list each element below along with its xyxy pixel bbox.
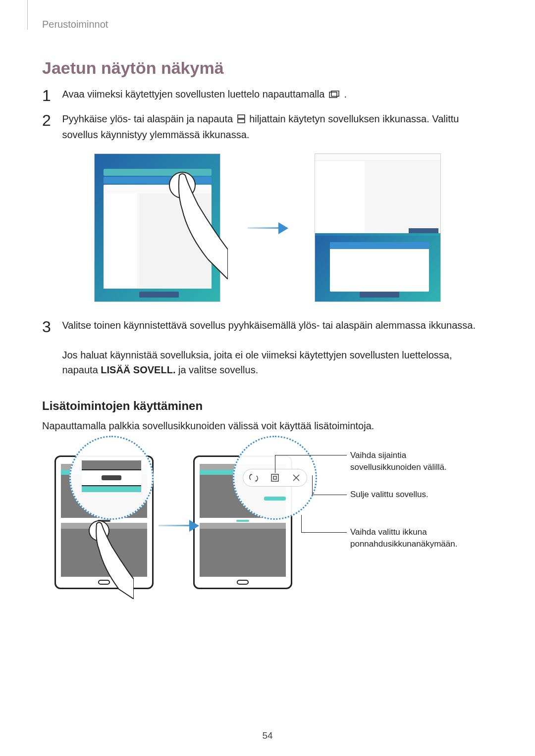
- tablet-after: [315, 153, 441, 302]
- section-title: Jaetun näytön näkymä: [42, 58, 224, 78]
- popup-window-icon: [269, 472, 280, 483]
- step-text: Pyyhkäise ylös- tai alaspäin ja napauta …: [62, 111, 488, 142]
- zoom-divider-bar: [69, 436, 154, 520]
- svg-rect-1: [331, 91, 339, 96]
- step-number: 3: [42, 318, 60, 336]
- svg-rect-6: [273, 476, 276, 479]
- swap-windows-icon: [248, 472, 259, 483]
- step-3-bold: LISÄÄ SOVELL.: [101, 364, 175, 375]
- callout-line: [301, 515, 302, 532]
- hand-pointer-icon: [163, 170, 228, 279]
- callout-line: [275, 455, 275, 473]
- step-number: 1: [42, 87, 60, 105]
- hand-pointer-icon: [84, 520, 134, 599]
- sub-section-paragraph: Napauttamalla palkkia sovellusikkunoiden…: [42, 418, 374, 433]
- sub-section-title: Lisätoimintojen käyttäminen: [42, 399, 203, 413]
- arrow-icon: [159, 525, 198, 526]
- illustration-row-1: [94, 153, 441, 302]
- step-1-text-b: .: [344, 89, 347, 100]
- recent-apps-icon: [329, 88, 340, 102]
- page-number: 54: [262, 730, 272, 741]
- svg-rect-3: [238, 119, 245, 123]
- step-1: 1 Avaa viimeksi käytettyjen sovellusten …: [42, 87, 493, 105]
- callout-popup: Vaihda valittu ikkuna ponnahdusikkunanäk…: [350, 526, 484, 550]
- callout-line: [301, 532, 347, 533]
- callout-line: [275, 455, 347, 455]
- svg-rect-0: [329, 92, 337, 98]
- breadcrumb: Perustoiminnot: [42, 19, 108, 30]
- step-2-text-a: Pyyhkäise ylös- tai alaspäin ja napauta: [62, 113, 235, 124]
- svg-rect-2: [238, 115, 245, 118]
- step-1-text-a: Avaa viimeksi käytettyjen sovellusten lu…: [62, 89, 327, 100]
- step-3: 3 Valitse toinen käynnistettävä sovellus…: [42, 318, 493, 377]
- step-2: 2 Pyyhkäise ylös- tai alaspäin ja napaut…: [42, 111, 493, 142]
- zoom-toolbar: [233, 436, 317, 520]
- step-3-text-c: ja valitse sovellus.: [178, 364, 258, 375]
- svg-rect-5: [271, 474, 278, 481]
- split-screen-icon: [237, 112, 245, 127]
- step-3-text-a: Valitse toinen käynnistettävä sovellus p…: [62, 320, 475, 331]
- home-button-icon: [237, 580, 249, 585]
- callout-swap: Vaihda sijaintia sovellusikkunoiden väli…: [350, 450, 479, 473]
- callout-close: Sulje valittu sovellus.: [350, 489, 479, 501]
- callout-line: [312, 475, 313, 495]
- step-text: Avaa viimeksi käytettyjen sovellusten lu…: [62, 87, 488, 102]
- step-number: 2: [42, 111, 60, 130]
- callout-line: [312, 495, 347, 495]
- close-icon: [291, 472, 302, 483]
- step-text: Valitse toinen käynnistettävä sovellus p…: [62, 318, 488, 377]
- arrow-icon: [243, 218, 292, 238]
